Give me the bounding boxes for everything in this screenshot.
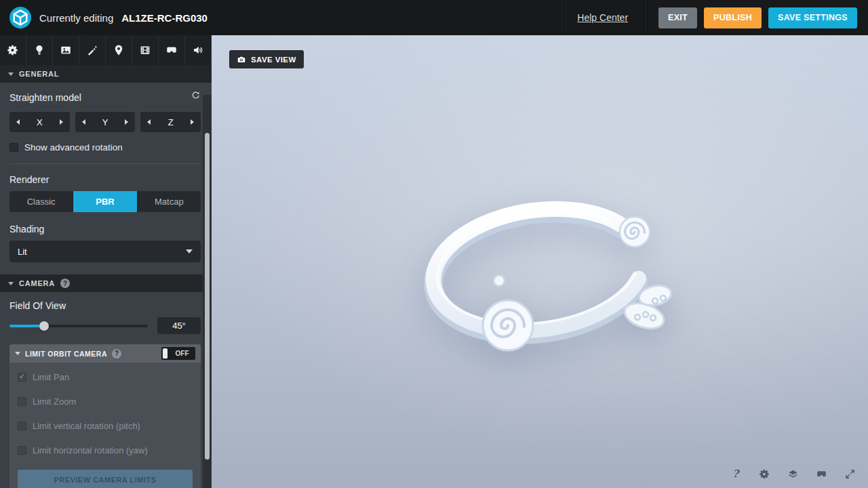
help-icon[interactable]: ? bbox=[730, 468, 742, 480]
rotate-y-left-icon[interactable] bbox=[82, 119, 85, 125]
section-camera-header[interactable]: CAMERA ? bbox=[0, 274, 212, 292]
toggle-knob bbox=[163, 348, 167, 359]
shading-dropdown[interactable]: Lit bbox=[9, 241, 201, 262]
limit-yaw-checkbox[interactable]: Limit horizontal rotation (yaw) bbox=[18, 445, 193, 455]
checkbox-icon[interactable] bbox=[18, 397, 26, 406]
renderer-segmented-control: Classic PBR Matcap bbox=[9, 191, 201, 212]
settings-sidebar: GENERAL Straighten model X bbox=[0, 35, 212, 488]
tab-sound speaker-icon[interactable] bbox=[185, 35, 212, 65]
model-name: AL1ZE-RC-RG030 bbox=[121, 12, 208, 24]
limit-pan-label: Limit Pan bbox=[33, 372, 69, 382]
limit-zoom-label: Limit Zoom bbox=[33, 396, 76, 407]
limit-pitch-label: Limit vertical rotation (pitch) bbox=[33, 421, 140, 431]
renderer-option-pbr[interactable]: PBR bbox=[73, 191, 137, 212]
axis-y-label: Y bbox=[102, 117, 108, 127]
limit-orbit-help-icon[interactable]: ? bbox=[112, 349, 121, 359]
tab-vr vr-goggles-icon[interactable] bbox=[159, 35, 185, 65]
fullscreen-icon[interactable] bbox=[844, 468, 856, 480]
camera-icon bbox=[237, 55, 246, 64]
publish-button[interactable]: PUBLISH bbox=[704, 7, 762, 28]
limit-orbit-toggle[interactable]: OFF bbox=[161, 347, 195, 360]
checkbox-icon[interactable] bbox=[18, 422, 26, 430]
exit-button[interactable]: EXIT bbox=[658, 7, 697, 28]
chevron-down-icon bbox=[15, 352, 20, 355]
tab-postprocess wand-icon[interactable] bbox=[79, 35, 106, 65]
rotate-z-left-icon[interactable] bbox=[147, 119, 151, 125]
tab-animation film-icon[interactable] bbox=[132, 35, 159, 65]
chevron-down-icon bbox=[186, 249, 193, 253]
editing-label: Currently editing bbox=[39, 12, 113, 24]
save-view-label: SAVE VIEW bbox=[251, 56, 296, 64]
show-advanced-rotation-checkbox[interactable]: Show advanced rotation bbox=[9, 142, 201, 152]
refresh-icon[interactable] bbox=[191, 91, 201, 104]
fov-slider-handle[interactable] bbox=[39, 321, 49, 331]
limit-orbit-header[interactable]: LIMIT ORBIT CAMERA ? OFF bbox=[9, 344, 201, 363]
tab-lighting lightbulb-icon[interactable] bbox=[26, 35, 53, 65]
limit-orbit-body: Limit Pan Limit Zoom Limit vertical rota… bbox=[9, 363, 201, 488]
axis-x-label: X bbox=[37, 117, 43, 127]
renderer-option-classic[interactable]: Classic bbox=[9, 191, 73, 212]
checkbox-icon[interactable] bbox=[18, 373, 26, 382]
topbar: Currently editing AL1ZE-RC-RG030 Help Ce… bbox=[0, 0, 868, 35]
fov-slider[interactable] bbox=[9, 321, 148, 331]
divider bbox=[9, 163, 201, 164]
fov-value[interactable]: 45° bbox=[157, 317, 201, 334]
renderer-label: Renderer bbox=[9, 174, 201, 185]
rotate-y-right-icon[interactable] bbox=[125, 119, 128, 125]
camera-help-icon[interactable]: ? bbox=[60, 279, 70, 288]
chevron-down-icon bbox=[8, 73, 14, 76]
preview-camera-limits-button[interactable]: PREVIEW CAMERA LIMITS bbox=[18, 470, 193, 488]
tab-annotations pin-icon[interactable] bbox=[106, 35, 132, 65]
shading-value: Lit bbox=[18, 247, 27, 257]
show-advanced-rotation-label: Show advanced rotation bbox=[24, 142, 123, 152]
layers-icon[interactable] bbox=[787, 468, 799, 480]
topbar-buttons: EXIT PUBLISH SAVE SETTINGS bbox=[644, 0, 868, 35]
help-center-cell: Help Center bbox=[560, 0, 644, 35]
limit-pitch-checkbox[interactable]: Limit vertical rotation (pitch) bbox=[18, 421, 193, 431]
section-general-header[interactable]: GENERAL bbox=[0, 65, 212, 83]
section-camera-title: CAMERA bbox=[19, 279, 55, 287]
toggle-state-label: OFF bbox=[169, 350, 195, 357]
straighten-model-label: Straighten model bbox=[9, 92, 81, 103]
limit-zoom-checkbox[interactable]: Limit Zoom bbox=[18, 396, 193, 407]
fov-row: 45° bbox=[9, 317, 201, 334]
axis-z-label: Z bbox=[168, 117, 174, 127]
rotate-y-control[interactable]: Y bbox=[75, 112, 136, 132]
rotate-z-right-icon[interactable] bbox=[191, 119, 194, 125]
general-content: Straighten model X Y bbox=[0, 83, 212, 274]
topbar-left: Currently editing AL1ZE-RC-RG030 bbox=[0, 7, 208, 28]
topbar-right: Help Center EXIT PUBLISH SAVE SETTINGS bbox=[560, 0, 868, 35]
chevron-down-icon bbox=[8, 282, 14, 285]
scrollbar-thumb[interactable] bbox=[205, 133, 210, 460]
rotation-axes: X Y Z bbox=[9, 112, 201, 132]
save-settings-button[interactable]: SAVE SETTINGS bbox=[768, 7, 857, 28]
checkbox-icon[interactable] bbox=[18, 446, 26, 455]
3d-viewport[interactable]: SAVE VIEW ? bbox=[212, 35, 868, 488]
rotate-x-right-icon[interactable] bbox=[60, 119, 63, 125]
renderer-option-matcap[interactable]: Matcap bbox=[138, 191, 201, 212]
ring-3d-model[interactable] bbox=[212, 35, 868, 488]
rotate-z-control[interactable]: Z bbox=[140, 112, 201, 132]
sidebar-panel: GENERAL Straighten model X bbox=[0, 65, 212, 488]
rotate-x-left-icon[interactable] bbox=[16, 119, 20, 125]
camera-content: Field Of View 45° LIMIT ORBIT CAMERA ? bbox=[0, 292, 212, 488]
limit-yaw-label: Limit horizontal rotation (yaw) bbox=[33, 445, 148, 455]
sidebar-tabs bbox=[0, 35, 212, 65]
tab-materials image-icon[interactable] bbox=[53, 35, 79, 65]
tab-general gear-icon[interactable] bbox=[0, 35, 26, 65]
section-general-title: GENERAL bbox=[19, 70, 59, 78]
gear-icon[interactable] bbox=[758, 468, 770, 480]
sidebar-scrollbar[interactable] bbox=[203, 95, 212, 488]
vr-goggles-icon[interactable] bbox=[815, 468, 827, 480]
viewport-corner-toolbar: ? bbox=[730, 468, 856, 480]
shading-label: Shading bbox=[9, 224, 201, 235]
limit-orbit-panel: LIMIT ORBIT CAMERA ? OFF Limit Pan bbox=[9, 344, 201, 488]
fov-label: Field Of View bbox=[9, 300, 201, 311]
limit-orbit-title: LIMIT ORBIT CAMERA bbox=[25, 350, 107, 358]
sketchfab-logo-icon[interactable] bbox=[9, 7, 31, 28]
limit-pan-checkbox[interactable]: Limit Pan bbox=[18, 372, 193, 382]
help-center-link[interactable]: Help Center bbox=[577, 12, 628, 23]
rotate-x-control[interactable]: X bbox=[9, 112, 70, 132]
save-view-button[interactable]: SAVE VIEW bbox=[229, 50, 304, 68]
checkbox-icon[interactable] bbox=[9, 143, 18, 152]
